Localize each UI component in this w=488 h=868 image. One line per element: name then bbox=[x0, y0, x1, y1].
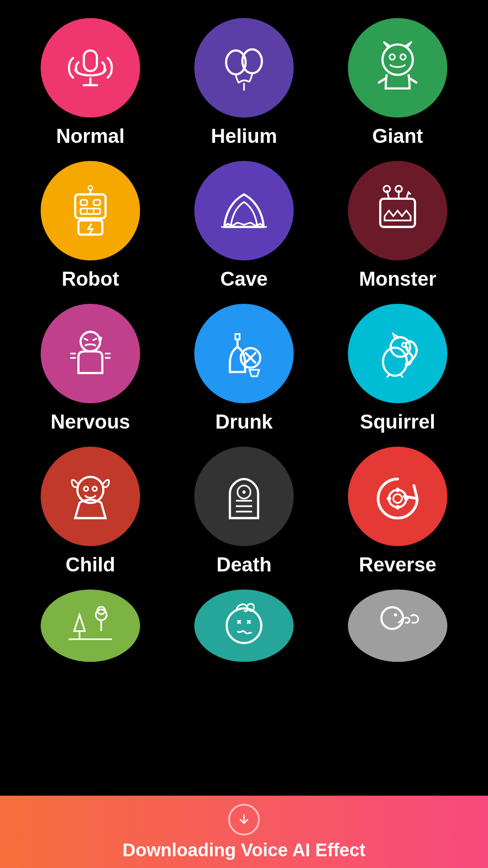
normal-icon-circle bbox=[41, 18, 140, 118]
svg-point-38 bbox=[242, 491, 245, 494]
whisper-icon-circle bbox=[348, 590, 447, 662]
death-label: Death bbox=[216, 553, 272, 576]
nervous-label: Nervous bbox=[51, 410, 130, 433]
cave-label: Cave bbox=[220, 268, 267, 290]
svg-point-22 bbox=[80, 332, 100, 351]
normal-label: Normal bbox=[56, 125, 125, 147]
voice-item-giant[interactable]: Giant bbox=[325, 18, 470, 147]
voice-item-normal[interactable]: Normal bbox=[18, 18, 163, 147]
svg-point-7 bbox=[400, 54, 406, 60]
svg-point-27 bbox=[383, 348, 407, 376]
monster-label: Monster bbox=[359, 268, 436, 290]
svg-point-32 bbox=[84, 486, 89, 491]
monster-icon-circle bbox=[348, 161, 447, 260]
outdoor-icon-circle bbox=[41, 590, 140, 662]
svg-point-6 bbox=[389, 54, 395, 60]
child-label: Child bbox=[66, 553, 115, 576]
voice-item-reverse[interactable]: Reverse bbox=[325, 447, 470, 576]
svg-rect-43 bbox=[387, 497, 391, 500]
dizzy-icon-circle bbox=[194, 590, 294, 662]
svg-rect-44 bbox=[404, 497, 408, 500]
voice-item-child[interactable]: Child bbox=[18, 447, 163, 576]
svg-point-56 bbox=[394, 613, 397, 616]
voice-item-nervous[interactable]: Nervous bbox=[18, 304, 163, 433]
voice-effects-grid: Normal Helium bbox=[0, 0, 488, 734]
svg-rect-10 bbox=[94, 200, 100, 205]
voice-item-dizzy[interactable] bbox=[172, 590, 316, 662]
helium-icon-circle bbox=[194, 18, 294, 118]
voice-item-death[interactable]: Death bbox=[172, 447, 316, 576]
reverse-label: Reverse bbox=[359, 553, 436, 576]
voice-item-whisper[interactable] bbox=[325, 590, 470, 662]
squirrel-label: Squirrel bbox=[360, 410, 435, 433]
voice-item-robot[interactable]: Robot bbox=[18, 161, 163, 290]
svg-point-33 bbox=[93, 486, 97, 491]
drunk-icon-circle bbox=[194, 304, 294, 403]
robot-icon-circle bbox=[41, 161, 140, 260]
svg-rect-17 bbox=[380, 199, 415, 227]
svg-rect-42 bbox=[396, 505, 399, 509]
death-icon-circle bbox=[194, 447, 294, 546]
voice-item-helium[interactable]: Helium bbox=[172, 18, 316, 147]
svg-rect-11 bbox=[80, 208, 100, 214]
svg-rect-9 bbox=[80, 200, 87, 205]
cave-icon-circle bbox=[194, 161, 294, 260]
helium-label: Helium bbox=[211, 125, 277, 147]
svg-point-39 bbox=[389, 490, 406, 507]
giant-label: Giant bbox=[372, 125, 423, 147]
svg-point-30 bbox=[406, 347, 408, 349]
svg-point-5 bbox=[382, 44, 413, 75]
download-bar[interactable]: Downloading Voice AI Effect bbox=[0, 796, 488, 868]
svg-rect-41 bbox=[396, 488, 399, 492]
squirrel-icon-circle bbox=[348, 304, 447, 403]
reverse-icon-circle bbox=[348, 447, 447, 546]
svg-point-40 bbox=[393, 494, 402, 503]
giant-icon-circle bbox=[348, 18, 447, 118]
robot-label: Robot bbox=[61, 268, 119, 290]
nervous-icon-circle bbox=[41, 304, 140, 403]
voice-item-monster[interactable]: Monster bbox=[325, 161, 470, 290]
svg-point-50 bbox=[227, 609, 262, 643]
svg-rect-0 bbox=[84, 51, 97, 71]
voice-item-cave[interactable]: Cave bbox=[172, 161, 316, 290]
download-label: Downloading Voice AI Effect bbox=[122, 840, 366, 860]
voice-item-outdoor[interactable] bbox=[18, 590, 163, 662]
svg-rect-23 bbox=[235, 334, 240, 340]
drunk-label: Drunk bbox=[215, 410, 272, 433]
svg-point-55 bbox=[381, 607, 403, 629]
child-icon-circle bbox=[41, 447, 140, 546]
download-icon-circle bbox=[228, 804, 260, 835]
voice-item-drunk[interactable]: Drunk bbox=[172, 304, 316, 433]
voice-item-squirrel[interactable]: Squirrel bbox=[325, 304, 470, 433]
